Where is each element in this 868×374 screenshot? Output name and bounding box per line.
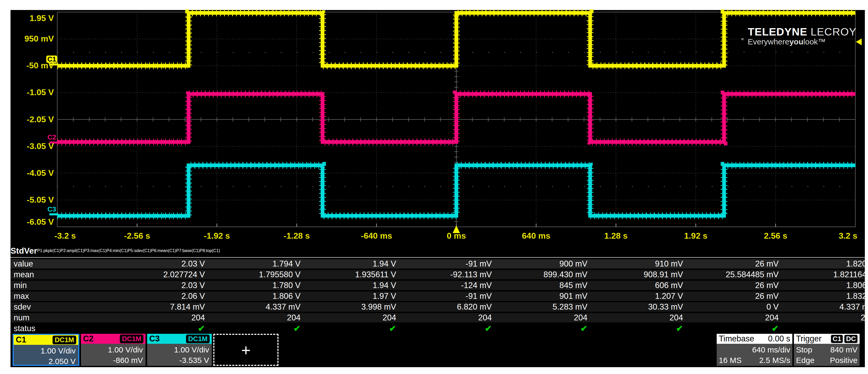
status-ok-icon: ✔ [485, 324, 492, 333]
measurement-cell: -91 mV [398, 259, 493, 268]
status-ok-icon: ✔ [293, 324, 301, 333]
measurement-cell: 3.998 mV [302, 302, 398, 312]
x-axis-tick-label: 2.56 s [764, 231, 787, 240]
measurement-row-label: mean [10, 270, 111, 279]
status-cell: ✔ [207, 323, 302, 334]
measurement-cell: 204 [302, 313, 398, 322]
measurement-cell: 2.06 V [111, 291, 207, 301]
trace-C2[interactable] [57, 94, 856, 142]
measurement-cell: 1.821164 V [780, 270, 868, 279]
trigger-coupling-badge: DC [844, 335, 858, 343]
add-channel-button[interactable]: + [213, 334, 278, 366]
channel-scale: 1.00 V/div [16, 346, 76, 356]
measurement-row-sdev: sdev7.814 mV4.337 mV3.998 mV6.820 mV5.28… [10, 302, 865, 312]
measurement-column-header[interactable]: P6:mean(C1) [151, 248, 176, 253]
measurement-cell: 204 [685, 313, 780, 322]
measurement-cell: 204 [207, 313, 302, 322]
measurement-cell: 1.794 V [207, 259, 302, 268]
measurement-cell: 0 V [685, 302, 780, 312]
y-axis-tick-label: -2.05 V [27, 115, 54, 124]
measurement-row-status: status✔✔✔✔✔✔✔✔ [10, 324, 865, 333]
y-axis-tick-label: -5.05 V [27, 195, 54, 204]
measurement-cell: 1.94 V [302, 281, 398, 290]
tagline-part3: look [803, 37, 818, 46]
trigger-level: 840 mV [831, 345, 858, 355]
measurement-cell: 606 mV [589, 281, 685, 290]
measurement-cell: 1.94 V [302, 259, 398, 268]
measurement-column-header[interactable]: P3:max(C1) [84, 248, 106, 253]
channel-offset: -860 mV [84, 355, 143, 366]
status-cell: ✔ [780, 323, 868, 334]
measurement-column-header[interactable]: P4:min(C1) [106, 248, 128, 253]
measurement-cell: 1.207 V [589, 291, 685, 301]
tagline-part2: you [789, 37, 803, 46]
measurement-row-label: max [10, 291, 111, 301]
timebase-per-div: 640 ms/div [752, 345, 790, 355]
channel-descriptor-C3[interactable]: C3 DC1M 1.00 V/div -3.535 V [147, 334, 212, 366]
measurement-cell: 5.283 mV [493, 302, 589, 312]
status-cell: ✔ [111, 323, 207, 334]
measurement-column-header[interactable]: P5:sdev(C1) [128, 248, 151, 253]
measurement-cell: 26 mV [685, 281, 780, 290]
measurement-column-header[interactable]: P8:top(C1) [200, 248, 220, 253]
status-ok-icon: ✔ [772, 324, 779, 333]
logo-text: TELEDYNE LECROY Everywhereyoulook™ [748, 26, 857, 46]
measurement-cell: 1.820 V [780, 259, 868, 268]
measurement-cell: 1.780 V [207, 281, 302, 290]
measurement-column-header[interactable]: P2:ampl(C1) [60, 248, 84, 253]
status-cell: ✔ [589, 323, 685, 334]
trigger-kind: Edge [796, 355, 814, 366]
y-axis-tick-label: 1.95 V [29, 13, 54, 23]
measurement-cell: 204 [398, 313, 493, 322]
measurement-row-label: sdev [10, 302, 111, 312]
channel-descriptor-C2[interactable]: C2 DC1M 1.00 V/div -860 mV [81, 334, 146, 366]
channel-offset: 2.050 V [16, 356, 76, 367]
teledyne-lecroy-logo: TELEDYNE LECROY Everywhereyoulook™ [741, 26, 857, 55]
measurement-row-min: min2.03 V1.780 V1.94 V-124 mV845 mV606 m… [10, 281, 865, 290]
brand-name-bold: TELEDYNE [748, 26, 807, 38]
channel-scale: 1.00 V/div [150, 345, 209, 355]
channel-badge-C2[interactable]: C2 [47, 133, 56, 141]
measurement-cell: 2.03 V [111, 259, 207, 268]
x-axis-tick-label: 1.28 s [604, 231, 628, 240]
coupling-badge: DC1M [53, 336, 76, 344]
channel-descriptor-C1[interactable]: C1 DC1M 1.00 V/div 2.050 V [12, 334, 79, 366]
waveform-plot-area[interactable]: C1C2C31.95 V950 mV-50 mV-1.05 V-2.05 V-3… [0, 0, 868, 244]
trace-C1[interactable] [57, 13, 856, 66]
measurement-row-label: min [10, 281, 111, 290]
measurement-row-label: value [10, 259, 111, 268]
measurement-row-value: value2.03 V1.794 V1.94 V-91 mV900 mV910 … [10, 259, 865, 268]
status-ok-icon: ✔ [676, 324, 683, 333]
y-axis-tick-label: -50 mV [26, 61, 54, 70]
measurement-cell: 908.91 mV [589, 270, 685, 279]
timebase-title: Timebase [719, 334, 754, 344]
channel-badge-C3[interactable]: C3 [47, 205, 56, 213]
y-axis-tick-label: 950 mV [25, 34, 54, 44]
timebase-rate: 2.5 MS/s [759, 355, 790, 366]
measurement-cell: -92.113 mV [398, 270, 493, 279]
measurement-cell: 901 mV [493, 291, 589, 301]
measurement-cell: 910 mV [589, 259, 685, 268]
trigger-descriptor[interactable]: Trigger C1 DC Stop 840 mV Edge Positive [794, 334, 860, 366]
status-cell: ✔ [493, 323, 589, 334]
measurement-cell: 1.806 V [207, 291, 302, 301]
oscilloscope-screen: C1C2C31.95 V950 mV-50 mV-1.05 V-2.05 V-3… [0, 0, 868, 374]
trace-C3[interactable] [57, 165, 856, 216]
measurement-cell: 2.03 V [111, 281, 207, 290]
measurement-cell: 2.027724 V [111, 270, 207, 279]
x-axis-tick-label: 3.2 s [839, 231, 857, 240]
measurement-column-header[interactable]: P7:base(C1) [176, 248, 200, 253]
measurement-cell: 4.337 mV [780, 302, 868, 312]
status-ok-icon: ✔ [580, 324, 587, 333]
measurement-cell: 30.33 mV [589, 302, 685, 312]
measurement-row-num: num204204204204204204204204 [10, 313, 865, 322]
measurement-cell: 7.814 mV [111, 302, 207, 312]
status-cell: ✔ [398, 323, 493, 334]
measurement-column-header[interactable]: P1:pkpk(C1) [37, 248, 60, 253]
x-axis-tick-label: 1.92 s [684, 231, 708, 240]
measurement-row-max: max2.06 V1.806 V1.97 V-91 mV901 mV1.207 … [10, 291, 865, 301]
timebase-descriptor[interactable]: Timebase 0.00 s 640 ms/div 16 MS 2.5 MS/… [717, 334, 792, 366]
trigger-level-marker[interactable] [856, 38, 862, 45]
x-axis-tick-label: -1.92 s [204, 231, 230, 240]
measurement-cell: 1.97 V [302, 291, 398, 301]
